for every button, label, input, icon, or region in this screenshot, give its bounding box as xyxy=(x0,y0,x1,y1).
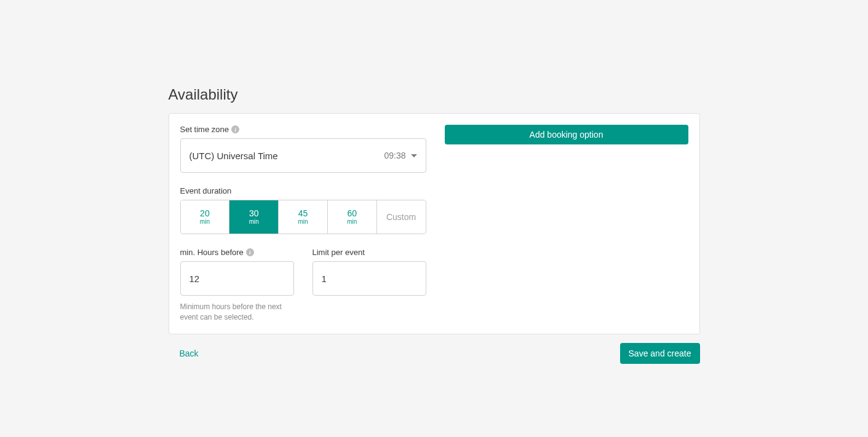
duration-option-60[interactable]: 60 min xyxy=(328,200,377,234)
duration-value: 30 xyxy=(249,209,259,218)
duration-unit: min xyxy=(249,218,259,225)
duration-option-20[interactable]: 20 min xyxy=(181,200,230,234)
limit-per-event-label-text: Limit per event xyxy=(313,248,365,257)
min-hours-label-text: min. Hours before xyxy=(180,248,244,257)
duration-option-custom[interactable]: Custom xyxy=(377,200,426,234)
availability-card: Set time zone i (UTC) Universal Time 09:… xyxy=(169,113,700,334)
event-duration-label: Event duration xyxy=(180,186,426,195)
limit-per-event-input[interactable] xyxy=(313,261,426,296)
timezone-label-text: Set time zone xyxy=(180,125,229,134)
page-title: Availability xyxy=(169,86,700,103)
info-icon[interactable]: i xyxy=(231,125,239,133)
back-button[interactable]: Back xyxy=(169,348,199,358)
timezone-select[interactable]: (UTC) Universal Time 09:38 xyxy=(180,138,426,173)
timezone-time: 09:38 xyxy=(384,151,405,160)
chevron-down-icon xyxy=(411,154,417,157)
duration-value: 20 xyxy=(200,209,210,218)
duration-custom-label: Custom xyxy=(386,212,416,222)
add-booking-button[interactable]: Add booking option xyxy=(445,125,688,144)
save-and-create-button[interactable]: Save and create xyxy=(620,343,700,364)
duration-unit: min xyxy=(347,218,357,225)
duration-group: 20 min 30 min 45 min 60 min xyxy=(180,200,426,234)
min-hours-helper: Minimum hours before the next event can … xyxy=(180,302,294,323)
limit-per-event-label: Limit per event xyxy=(313,248,426,257)
min-hours-label: min. Hours before i xyxy=(180,248,294,257)
duration-value: 45 xyxy=(298,209,308,218)
min-hours-input[interactable] xyxy=(180,261,294,296)
duration-value: 60 xyxy=(348,209,357,218)
duration-option-30[interactable]: 30 min xyxy=(229,200,279,234)
event-duration-label-text: Event duration xyxy=(180,186,232,195)
info-icon[interactable]: i xyxy=(246,248,254,256)
timezone-label: Set time zone i xyxy=(180,125,426,134)
duration-unit: min xyxy=(298,218,308,225)
duration-option-45[interactable]: 45 min xyxy=(279,200,328,234)
timezone-value: (UTC) Universal Time xyxy=(189,151,278,161)
duration-unit: min xyxy=(200,218,210,225)
